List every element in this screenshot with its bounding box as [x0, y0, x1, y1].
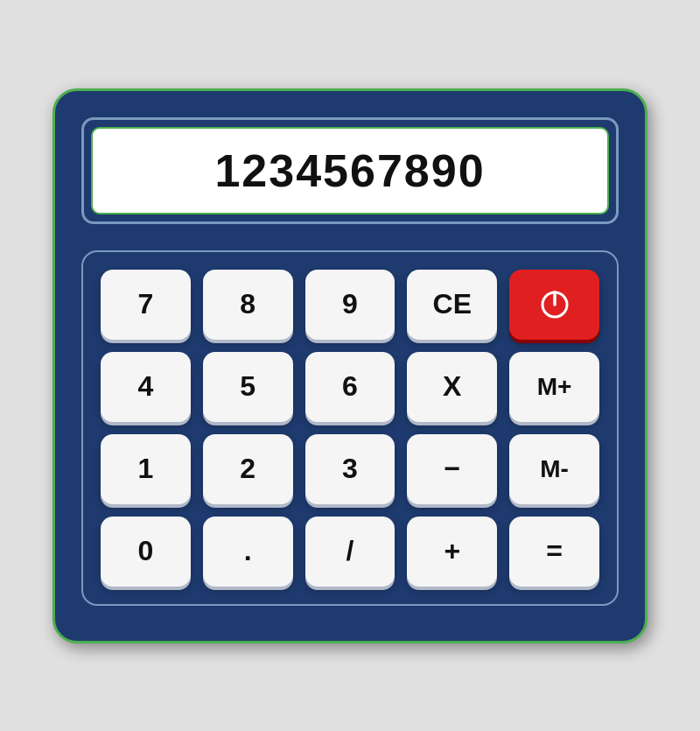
btn-ce[interactable]: CE — [407, 270, 497, 340]
button-grid: 789CE 456XM+123−M-0./+= — [101, 270, 599, 587]
btn-5[interactable]: 5 — [203, 352, 293, 422]
btn-2[interactable]: 2 — [203, 434, 293, 504]
btn-0[interactable]: 0 — [101, 517, 191, 587]
btn-7[interactable]: 7 — [101, 270, 191, 340]
keypad-wrapper: 789CE 456XM+123−M-0./+= — [81, 250, 619, 606]
btn-multiply[interactable]: X — [407, 352, 497, 422]
btn-dot[interactable]: . — [203, 517, 293, 587]
btn-mplus[interactable]: M+ — [509, 352, 599, 422]
btn-4[interactable]: 4 — [101, 352, 191, 422]
display-screen: 1234567890 — [91, 127, 609, 214]
btn-1[interactable]: 1 — [101, 434, 191, 504]
btn-plus[interactable]: + — [407, 517, 497, 587]
power-icon — [536, 285, 574, 324]
btn-mminus[interactable]: M- — [509, 434, 599, 504]
btn-3[interactable]: 3 — [305, 434, 396, 504]
btn-divide[interactable]: / — [305, 517, 396, 587]
display-value: 1234567890 — [214, 144, 485, 197]
btn-6[interactable]: 6 — [305, 352, 396, 422]
btn-power[interactable] — [509, 270, 599, 340]
btn-9[interactable]: 9 — [305, 270, 396, 340]
btn-8[interactable]: 8 — [203, 270, 293, 340]
btn-minus[interactable]: − — [407, 434, 497, 504]
btn-equals[interactable]: = — [509, 517, 599, 587]
calculator: 1234567890 789CE 456XM+123−M-0./+= — [52, 88, 648, 643]
display-wrapper: 1234567890 — [81, 117, 619, 224]
